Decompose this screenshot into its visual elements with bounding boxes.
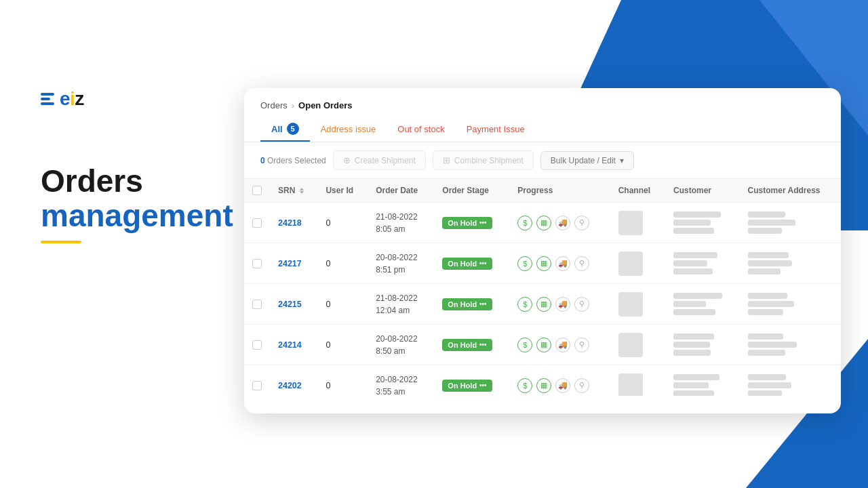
- select-all-checkbox[interactable]: [252, 186, 262, 195]
- row-customer: [665, 284, 740, 325]
- progress-icons: $ ▦ 🚚 ⚲: [517, 338, 601, 352]
- address-line3: [748, 350, 785, 356]
- row-channel: [610, 243, 665, 284]
- address-line2: [748, 342, 797, 348]
- order-date-text: 20-08-20228:50 am: [376, 333, 426, 357]
- order-date-text: 21-08-202212:04 am: [376, 292, 426, 317]
- tab-payment-issue[interactable]: Payment Issue: [456, 119, 536, 141]
- row-customer-address: [740, 365, 841, 396]
- tab-out-of-stock-label: Out of stock: [397, 124, 444, 134]
- combine-shipment-button[interactable]: ⊞ Combine Shipment: [433, 150, 534, 170]
- on-hold-badge: On Hold •••: [442, 298, 492, 310]
- on-hold-badge: On Hold •••: [442, 380, 492, 392]
- srn-link[interactable]: 24217: [278, 259, 302, 268]
- on-hold-badge: On Hold •••: [442, 258, 492, 270]
- prog-icon-shipping: 🚚: [555, 297, 570, 312]
- srn-link[interactable]: 24218: [278, 218, 302, 228]
- selected-label: Orders Selected: [267, 156, 326, 165]
- prog-icon-shipping: 🚚: [555, 378, 570, 393]
- channel-thumbnail: [618, 292, 643, 317]
- table-row: 24217 0 20-08-20228:51 pm On Hold ••• $ …: [244, 243, 841, 284]
- breadcrumb-separator: ›: [292, 100, 294, 110]
- logo: eiz: [41, 88, 233, 110]
- tab-address-label: Address issue: [321, 124, 376, 134]
- tab-all-label: All: [271, 124, 283, 134]
- row-checkbox-cell: [244, 203, 270, 243]
- order-date-text: 20-08-20228:51 pm: [376, 251, 426, 276]
- row-srn: 24215: [270, 284, 317, 325]
- row-checkbox-cell: [244, 325, 270, 365]
- col-order-date: Order Date: [368, 179, 434, 203]
- address-line1: [748, 374, 786, 380]
- row-customer-address: [740, 325, 841, 365]
- logo-text: eiz: [60, 88, 84, 110]
- on-hold-menu-icon[interactable]: •••: [479, 219, 487, 226]
- tab-out-of-stock[interactable]: Out of stock: [387, 119, 455, 141]
- hero-heading: Orders management: [41, 164, 233, 243]
- prog-icon-location: ⚲: [574, 338, 589, 352]
- row-customer: [665, 203, 740, 243]
- customer-line1: [673, 333, 714, 340]
- on-hold-menu-icon[interactable]: •••: [479, 300, 487, 308]
- row-checkbox[interactable]: [252, 300, 262, 309]
- tab-payment-label: Payment Issue: [467, 124, 525, 134]
- create-shipment-button[interactable]: ⊕ Create Shipment: [333, 150, 426, 170]
- bulk-update-button[interactable]: Bulk Update / Edit ▾: [540, 151, 634, 170]
- row-user-id: 0: [317, 325, 368, 365]
- srn-link[interactable]: 24202: [278, 381, 302, 390]
- row-srn: 24202: [270, 365, 317, 396]
- address-line3: [748, 390, 782, 396]
- col-srn-label: SRN: [278, 186, 295, 195]
- tab-address-issue[interactable]: Address issue: [310, 119, 387, 141]
- customer-line2: [673, 382, 709, 388]
- on-hold-menu-icon[interactable]: •••: [479, 341, 487, 348]
- tab-all[interactable]: All 5: [260, 117, 310, 142]
- orders-selected-text: 0 Orders Selected: [260, 156, 326, 165]
- srn-link[interactable]: 24215: [278, 300, 302, 309]
- row-checkbox[interactable]: [252, 259, 262, 268]
- toolbar: 0 Orders Selected ⊕ Create Shipment ⊞ Co…: [244, 142, 841, 179]
- customer-line3: [673, 228, 714, 234]
- progress-icons: $ ▦ 🚚 ⚲: [517, 297, 601, 312]
- progress-icons: $ ▦ 🚚 ⚲: [517, 256, 601, 271]
- row-channel: [610, 365, 665, 396]
- prog-icon-payment: $: [517, 256, 532, 271]
- breadcrumb-parent[interactable]: Orders: [260, 100, 288, 110]
- prog-icon-location: ⚲: [574, 216, 589, 230]
- row-customer: [665, 365, 740, 396]
- address-line1: [748, 333, 783, 340]
- on-hold-menu-icon[interactable]: •••: [479, 260, 487, 267]
- prog-icon-payment: $: [517, 216, 532, 230]
- customer-line1: [673, 293, 722, 299]
- srn-link[interactable]: 24214: [278, 340, 302, 350]
- on-hold-badge: On Hold •••: [442, 339, 492, 351]
- col-order-stage: Order Stage: [434, 179, 509, 203]
- address-line2: [748, 220, 795, 226]
- col-customer: Customer: [665, 179, 740, 203]
- row-progress: $ ▦ 🚚 ⚲: [509, 203, 610, 243]
- row-checkbox[interactable]: [252, 381, 262, 390]
- row-progress: $ ▦ 🚚 ⚲: [509, 284, 610, 325]
- channel-thumbnail: [618, 373, 643, 396]
- col-srn[interactable]: SRN: [270, 179, 317, 203]
- customer-line1: [673, 374, 719, 380]
- prog-icon-calendar: ▦: [536, 338, 551, 352]
- prog-icon-location: ⚲: [574, 297, 589, 312]
- row-checkbox[interactable]: [252, 340, 262, 350]
- customer-line1: [673, 211, 721, 218]
- address-line3: [748, 228, 782, 234]
- col-customer-address: Customer Address: [740, 179, 841, 203]
- table-row: 24202 0 20-08-20223:55 am On Hold ••• $ …: [244, 365, 841, 396]
- order-date-text: 20-08-20223:55 am: [376, 373, 426, 396]
- address-line2: [748, 260, 792, 266]
- address-line1: [748, 252, 789, 258]
- address-line3: [748, 309, 783, 315]
- row-order-stage: On Hold •••: [434, 243, 509, 284]
- combine-shipment-icon: ⊞: [443, 155, 450, 165]
- on-hold-menu-icon[interactable]: •••: [479, 382, 487, 389]
- prog-icon-shipping: 🚚: [555, 338, 570, 352]
- col-progress: Progress: [509, 179, 610, 203]
- row-checkbox[interactable]: [252, 218, 262, 228]
- customer-line2: [673, 260, 707, 266]
- row-user-id: 0: [317, 284, 368, 325]
